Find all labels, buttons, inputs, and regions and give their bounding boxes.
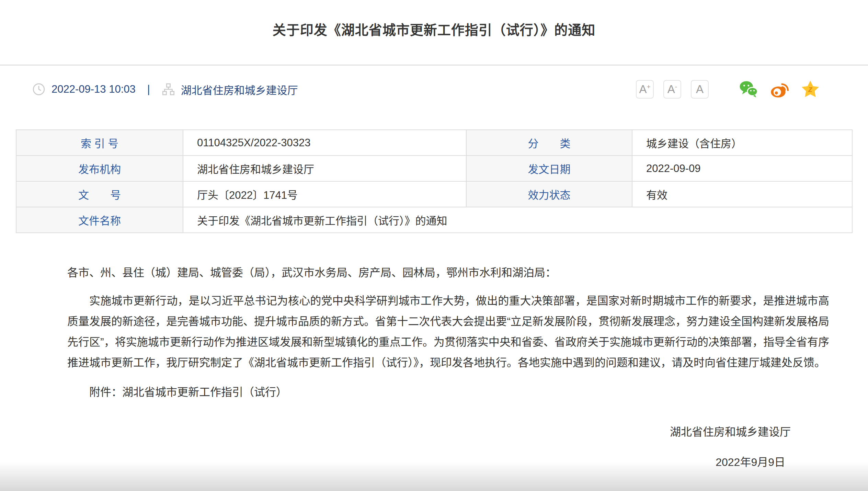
meta-info: 2022-09-13 10:03 | 湖北省住房和城乡建设厅: [32, 82, 298, 97]
meta-separator: |: [147, 83, 150, 95]
signature-date: 2022年9月9日: [67, 455, 829, 470]
table-row: 索 引 号 01104325X/2022-30323 分 类 城乡建设（含住房）: [16, 130, 852, 156]
info-label-validity-status: 效力状态: [466, 181, 632, 207]
info-label-category: 分 类: [466, 130, 632, 156]
weibo-share-icon[interactable]: [770, 80, 789, 99]
info-value-doc-number: 厅头〔2022〕1741号: [183, 181, 466, 207]
qzone-share-icon[interactable]: z: [801, 80, 820, 99]
font-increase-button[interactable]: A+: [636, 80, 654, 99]
table-row: 文 号 厅头〔2022〕1741号 效力状态 有效: [16, 181, 852, 207]
main-paragraph: 实施城市更新行动，是以习近平总书记为核心的党中央科学研判城市工作大势，做出的重大…: [67, 290, 829, 373]
source-organization-icon: [162, 83, 175, 96]
document-page: 关于印发《湖北省城市更新工作指引（试行）》的通知 2022-09-13 10:0…: [0, 0, 868, 491]
signature: 湖北省住房和城乡建设厅: [67, 424, 829, 439]
salutation: 各市、州、县住（城）建局、城管委（局），武汉市水务局、房产局、园林局，鄂州市水利…: [67, 265, 829, 280]
svg-text:z: z: [808, 84, 813, 94]
info-value-doc-title: 关于印发《湖北省城市更新工作指引（试行）》的通知: [183, 207, 852, 233]
font-reset-button[interactable]: A: [691, 80, 709, 99]
table-row: 文件名称 关于印发《湖北省城市更新工作指引（试行）》的通知: [16, 207, 852, 233]
info-value-index-number: 01104325X/2022-30323: [183, 130, 466, 156]
article-body: 各市、州、县住（城）建局、城管委（局），武汉市水务局、房产局、园林局，鄂州市水利…: [67, 265, 829, 470]
toolbar: A+ A- A: [636, 80, 820, 99]
clock-icon: [32, 83, 45, 96]
info-value-validity-status: 有效: [632, 181, 852, 207]
publish-time: 2022-09-13 10:03: [52, 83, 136, 95]
info-label-issuing-agency: 发布机构: [16, 156, 183, 181]
info-label-doc-number: 文 号: [16, 181, 183, 207]
info-value-issue-date: 2022-09-09: [632, 156, 852, 181]
info-value-category: 城乡建设（含住房）: [632, 130, 852, 156]
wechat-share-icon[interactable]: [739, 80, 758, 99]
document-info-table: 索 引 号 01104325X/2022-30323 分 类 城乡建设（含住房）…: [16, 129, 853, 233]
info-value-issuing-agency: 湖北省住房和城乡建设厅: [183, 156, 466, 181]
page-title: 关于印发《湖北省城市更新工作指引（试行）》的通知: [0, 19, 868, 38]
info-label-doc-title: 文件名称: [16, 207, 183, 233]
font-decrease-button[interactable]: A-: [663, 80, 681, 99]
meta-bar: 2022-09-13 10:03 | 湖北省住房和城乡建设厅 A+ A- A: [32, 79, 820, 100]
info-label-index-number: 索 引 号: [16, 130, 183, 156]
table-row: 发布机构 湖北省住房和城乡建设厅 发文日期 2022-09-09: [16, 156, 852, 181]
attachment-line: 附件：湖北省城市更新工作指引（试行）: [67, 385, 829, 400]
title-divider: [0, 65, 868, 66]
source-name: 湖北省住房和城乡建设厅: [181, 82, 298, 97]
info-label-issue-date: 发文日期: [466, 156, 632, 181]
